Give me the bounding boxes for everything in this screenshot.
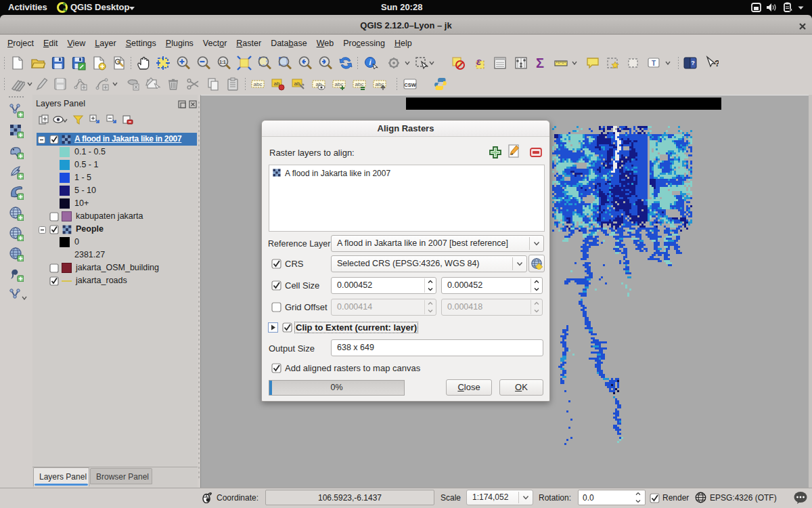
svg-text:T: T xyxy=(652,60,656,67)
svg-text:CSW: CSW xyxy=(404,82,416,88)
svg-text:ab: ab xyxy=(294,81,300,87)
svg-text:?: ? xyxy=(715,58,719,68)
svg-text:Σ: Σ xyxy=(536,56,544,70)
svg-text:ε: ε xyxy=(476,56,482,67)
svg-text:abc: abc xyxy=(254,81,263,87)
svg-text:abc: abc xyxy=(355,81,364,87)
svg-text:1:1: 1:1 xyxy=(219,60,226,64)
svg-text:?: ? xyxy=(691,60,695,66)
